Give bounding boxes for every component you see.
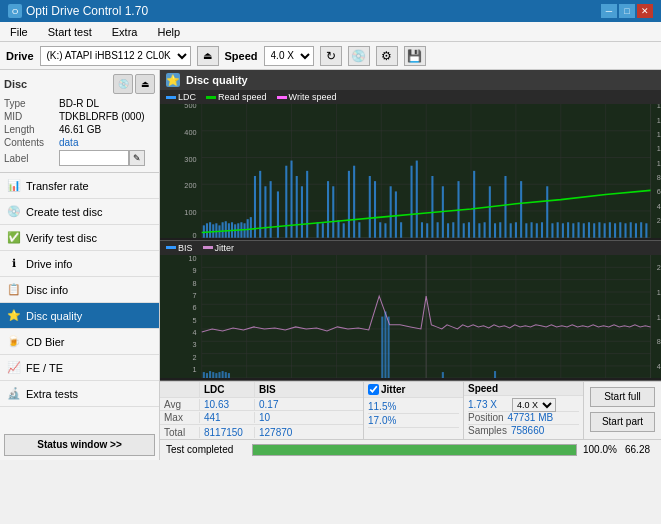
progress-percent-text: 100.0% bbox=[583, 444, 619, 455]
svg-rect-98 bbox=[541, 222, 543, 237]
svg-text:1: 1 bbox=[192, 365, 196, 374]
sidebar-item-transfer-rate[interactable]: 📊 Transfer rate bbox=[0, 173, 159, 199]
total-label: Total bbox=[160, 427, 200, 438]
svg-rect-175 bbox=[384, 311, 386, 378]
menu-extra[interactable]: Extra bbox=[106, 25, 144, 39]
svg-rect-168 bbox=[209, 371, 211, 378]
disc-image-icon[interactable]: 💿 bbox=[113, 74, 133, 94]
disc-quality-icon: ⭐ bbox=[6, 308, 22, 324]
drive-label: Drive bbox=[6, 50, 34, 62]
sidebar-item-drive-info[interactable]: ℹ Drive info bbox=[0, 251, 159, 277]
progress-value-text: 66.28 bbox=[625, 444, 655, 455]
disc-eject-icon[interactable]: ⏏ bbox=[135, 74, 155, 94]
svg-rect-102 bbox=[562, 223, 564, 237]
svg-rect-44 bbox=[244, 223, 246, 237]
jitter-color bbox=[203, 246, 213, 249]
svg-rect-109 bbox=[598, 222, 600, 237]
svg-rect-80 bbox=[447, 223, 449, 237]
svg-text:6: 6 bbox=[192, 303, 196, 312]
disc-label-input[interactable] bbox=[59, 150, 129, 166]
drive-select[interactable]: (K:) ATAPI iHBS112 2 CL0K bbox=[40, 46, 191, 66]
right-panel: ⭐ Disc quality LDC Read speed bbox=[160, 70, 661, 460]
svg-rect-46 bbox=[250, 217, 252, 238]
sidebar-item-disc-info[interactable]: 📋 Disc info bbox=[0, 277, 159, 303]
sidebar-item-fe-te[interactable]: 📈 FE / TE bbox=[0, 355, 159, 381]
svg-rect-57 bbox=[317, 222, 319, 237]
svg-rect-169 bbox=[212, 372, 214, 378]
svg-rect-86 bbox=[478, 223, 480, 237]
titlebar: O Opti Drive Control 1.70 ─ □ ✕ bbox=[0, 0, 661, 22]
position-value: 47731 MB bbox=[508, 412, 554, 423]
drive-bar: Drive (K:) ATAPI iHBS112 2 CL0K ⏏ Speed … bbox=[0, 42, 661, 70]
sidebar-item-extra-tests[interactable]: 🔬 Extra tests bbox=[0, 381, 159, 407]
drive-info-label: Drive info bbox=[26, 258, 72, 270]
titlebar-left: O Opti Drive Control 1.70 bbox=[8, 4, 148, 18]
total-bis-value: 127870 bbox=[255, 427, 310, 438]
col-header-ldc: LDC bbox=[200, 382, 255, 397]
status-window-button[interactable]: Status window >> bbox=[4, 434, 155, 456]
save-icon-button[interactable]: 💾 bbox=[404, 46, 426, 66]
read-speed-legend: Read speed bbox=[206, 92, 267, 102]
close-button[interactable]: ✕ bbox=[637, 4, 653, 18]
menu-help[interactable]: Help bbox=[151, 25, 186, 39]
menu-file[interactable]: File bbox=[4, 25, 34, 39]
start-full-button[interactable]: Start full bbox=[590, 387, 655, 407]
disc-header: Disc 💿 ⏏ bbox=[4, 74, 155, 94]
disc-icon-area: 💿 ⏏ bbox=[113, 74, 155, 94]
sidebar: Disc 💿 ⏏ Type BD-R DL MID TDKBLDRFB (000… bbox=[0, 70, 160, 460]
svg-text:4%: 4% bbox=[657, 362, 661, 371]
jitter-legend: Jitter bbox=[203, 243, 235, 253]
svg-text:10: 10 bbox=[188, 255, 196, 263]
menu-start-test[interactable]: Start test bbox=[42, 25, 98, 39]
refresh-icon-button[interactable]: ↻ bbox=[320, 46, 342, 66]
speed-col-select[interactable]: 4.0 X bbox=[512, 398, 556, 412]
start-part-button[interactable]: Start part bbox=[590, 412, 655, 432]
avg-ldc-value: 10.63 bbox=[200, 399, 255, 410]
sidebar-item-verify-test-disc[interactable]: ✅ Verify test disc bbox=[0, 225, 159, 251]
bis-legend: BIS bbox=[166, 243, 193, 253]
ldc-color bbox=[166, 96, 176, 99]
max-ldc-value: 441 bbox=[200, 412, 255, 423]
verify-test-disc-label: Verify test disc bbox=[26, 232, 97, 244]
svg-rect-45 bbox=[247, 219, 249, 238]
sidebar-item-disc-quality[interactable]: ⭐ Disc quality bbox=[0, 303, 159, 329]
svg-rect-81 bbox=[452, 222, 454, 237]
svg-rect-62 bbox=[343, 223, 345, 237]
progress-bar-inner bbox=[253, 445, 576, 455]
disc-label-button[interactable]: ✎ bbox=[129, 150, 145, 166]
svg-rect-114 bbox=[624, 223, 626, 237]
eject-button[interactable]: ⏏ bbox=[197, 46, 219, 66]
svg-rect-105 bbox=[578, 222, 580, 237]
jitter-checkbox[interactable] bbox=[368, 384, 379, 395]
disc-icon-button[interactable]: 💿 bbox=[348, 46, 370, 66]
minimize-button[interactable]: ─ bbox=[601, 4, 617, 18]
svg-rect-167 bbox=[206, 373, 208, 378]
extra-tests-icon: 🔬 bbox=[6, 386, 22, 402]
cd-bier-icon: 🍺 bbox=[6, 334, 22, 350]
svg-rect-170 bbox=[215, 373, 217, 378]
disc-section: Disc 💿 ⏏ Type BD-R DL MID TDKBLDRFB (000… bbox=[0, 70, 159, 173]
svg-rect-85 bbox=[473, 171, 475, 238]
col-header-empty bbox=[160, 382, 200, 397]
position-label: Position bbox=[468, 412, 504, 423]
speed-label: Speed bbox=[225, 50, 258, 62]
disc-info-icon: 📋 bbox=[6, 282, 22, 298]
sidebar-item-create-test-disc[interactable]: 💿 Create test disc bbox=[0, 199, 159, 225]
svg-rect-171 bbox=[218, 372, 220, 378]
svg-rect-37 bbox=[222, 222, 224, 237]
settings-icon-button[interactable]: ⚙ bbox=[376, 46, 398, 66]
sidebar-item-cd-bier[interactable]: 🍺 CD Bier bbox=[0, 329, 159, 355]
svg-text:6X: 6X bbox=[657, 188, 661, 197]
col-header-bis: BIS bbox=[255, 382, 310, 397]
svg-text:16X: 16X bbox=[657, 116, 661, 125]
svg-rect-31 bbox=[203, 225, 205, 237]
bottom-chart-area: BIS Jitter bbox=[160, 241, 661, 381]
svg-rect-107 bbox=[588, 222, 590, 237]
svg-rect-72 bbox=[400, 222, 402, 237]
samples-value: 758660 bbox=[511, 425, 544, 436]
disc-type-label: Type bbox=[4, 98, 59, 109]
speed-select[interactable]: 4.0 X bbox=[264, 46, 314, 66]
svg-text:7: 7 bbox=[192, 291, 196, 300]
maximize-button[interactable]: □ bbox=[619, 4, 635, 18]
svg-rect-64 bbox=[353, 166, 355, 238]
